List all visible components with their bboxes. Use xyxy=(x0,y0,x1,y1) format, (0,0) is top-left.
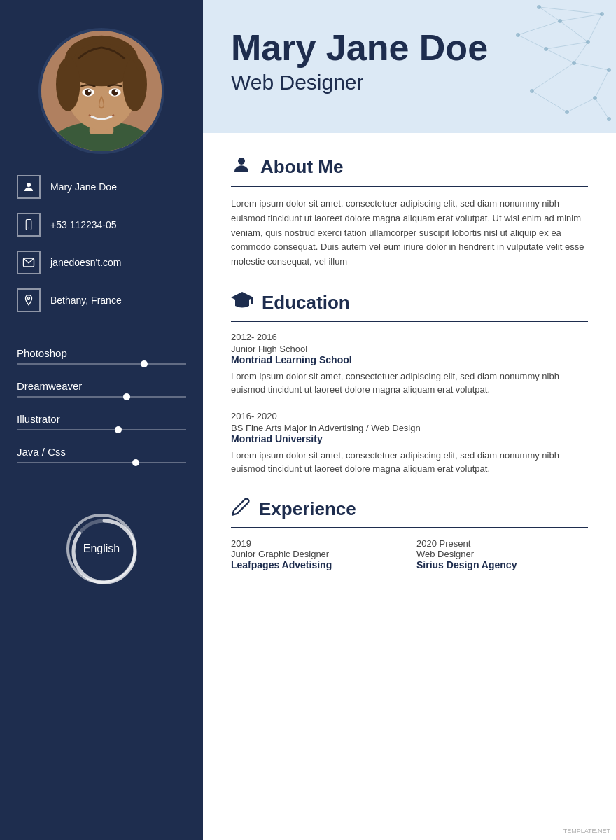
svg-point-12 xyxy=(115,90,118,92)
sidebar: Mary Jane Doe +53 112234-05 janedoesn't.… xyxy=(0,0,203,840)
skill-java-bar xyxy=(17,462,186,463)
watermark: TEMPLATE.NET xyxy=(564,827,610,834)
education-section: Education 2012- 2016 Junior High School … xyxy=(231,290,588,476)
contact-list: Mary Jane Doe +53 112234-05 janedoesn't.… xyxy=(0,175,203,326)
svg-point-5 xyxy=(56,57,80,111)
contact-location-item: Bethany, France xyxy=(17,288,186,312)
skill-java-dot xyxy=(132,459,139,466)
phone-icon xyxy=(17,213,41,237)
edu-0-desc: Lorem ipsum dolor sit amet, consectetuer… xyxy=(231,370,588,397)
svg-line-40 xyxy=(567,98,595,112)
graduation-icon xyxy=(231,290,253,315)
svg-line-39 xyxy=(595,70,609,98)
svg-point-6 xyxy=(123,57,147,111)
skill-dreamweaver: Dreamweaver xyxy=(17,380,186,398)
education-title: Education xyxy=(262,292,350,314)
edu-1-degree: BS Fine Arts Major in Advertising / Web … xyxy=(231,423,588,433)
main-content: Mary Jane Doe Web Designer About Me Lore… xyxy=(203,0,616,840)
language-label: English xyxy=(83,542,120,555)
exp-0-year: 2019 xyxy=(231,538,402,549)
exp-0-role: Junior Graphic Designer xyxy=(231,549,402,559)
exp-1-role: Web Designer xyxy=(416,549,588,559)
language-circle: English xyxy=(66,514,136,584)
skill-illustrator-bar xyxy=(17,429,186,430)
language-section: English xyxy=(66,514,136,584)
skill-photoshop-bar xyxy=(17,363,186,365)
contact-phone: +53 112234-05 xyxy=(50,219,117,230)
edu-0-school: Montriad Learning School xyxy=(231,354,588,365)
exp-0-company: Leafpages Advetising xyxy=(231,559,402,570)
exp-1-company: Sirius Design Agency xyxy=(416,559,588,570)
svg-point-11 xyxy=(88,90,91,92)
edu-item-1: 2016- 2020 BS Fine Arts Major in Adverti… xyxy=(231,411,588,476)
avatar xyxy=(38,28,164,154)
contact-location: Bethany, France xyxy=(50,295,122,306)
skill-photoshop-label: Photoshop xyxy=(17,347,186,359)
svg-point-48 xyxy=(238,158,245,164)
exp-item-1: 2020 Present Web Designer Sirius Design … xyxy=(416,538,588,570)
about-text: Lorem ipsum dolor sit amet, consectetuer… xyxy=(231,197,588,270)
header-name: Mary Jane Doe xyxy=(231,28,588,68)
contact-email-item: janedoesn't.com xyxy=(17,251,186,274)
edu-0-years: 2012- 2016 xyxy=(231,332,588,342)
skill-java: Java / Css xyxy=(17,446,186,463)
avatar-image xyxy=(41,31,162,151)
skill-dreamweaver-dot xyxy=(123,393,130,400)
svg-line-33 xyxy=(588,14,602,42)
experience-grid: 2019 Junior Graphic Designer Leafpages A… xyxy=(231,538,588,570)
contact-name: Mary Jane Doe xyxy=(50,181,117,192)
edu-1-school: Montriad University xyxy=(231,433,588,444)
skill-photoshop-dot xyxy=(141,360,148,368)
svg-point-17 xyxy=(28,298,30,300)
edu-1-desc: Lorem ipsum dolor sit amet, consectetuer… xyxy=(231,449,588,476)
education-header: Education xyxy=(231,290,588,322)
header-title: Web Designer xyxy=(231,71,588,94)
person-icon xyxy=(17,175,41,199)
person-section-icon xyxy=(231,154,252,180)
skills-section: Photoshop Dreamweaver Illustrator Java /… xyxy=(0,347,203,479)
location-icon xyxy=(17,288,41,312)
pencil-icon xyxy=(231,497,251,522)
skill-illustrator: Illustrator xyxy=(17,413,186,430)
experience-section: Experience 2019 Junior Graphic Designer … xyxy=(231,497,588,570)
resume-header: Mary Jane Doe Web Designer xyxy=(203,0,616,133)
svg-point-10 xyxy=(111,89,118,96)
svg-line-34 xyxy=(560,14,602,21)
skill-illustrator-label: Illustrator xyxy=(17,413,186,425)
about-title: About Me xyxy=(260,156,343,178)
content-area: About Me Lorem ipsum dolor sit amet, con… xyxy=(203,133,616,840)
svg-point-13 xyxy=(27,183,31,187)
about-header: About Me xyxy=(231,154,588,187)
email-icon xyxy=(17,251,41,274)
skill-illustrator-dot xyxy=(115,426,122,433)
contact-phone-item: +53 112234-05 xyxy=(17,213,186,237)
edu-item-0: 2012- 2016 Junior High School Montriad L… xyxy=(231,332,588,397)
skill-java-label: Java / Css xyxy=(17,446,186,458)
experience-header: Experience xyxy=(231,497,588,528)
about-section: About Me Lorem ipsum dolor sit amet, con… xyxy=(231,154,588,270)
contact-name-item: Mary Jane Doe xyxy=(17,175,186,199)
exp-1-year: 2020 Present xyxy=(416,538,588,549)
edu-1-years: 2016- 2020 xyxy=(231,411,588,421)
exp-item-0: 2019 Junior Graphic Designer Leafpages A… xyxy=(231,538,402,570)
experience-title: Experience xyxy=(259,498,356,520)
edu-0-degree: Junior High School xyxy=(231,344,588,354)
skill-dreamweaver-bar xyxy=(17,396,186,398)
svg-line-47 xyxy=(539,7,602,14)
skill-dreamweaver-label: Dreamweaver xyxy=(17,380,186,392)
svg-line-43 xyxy=(595,98,609,119)
svg-point-9 xyxy=(85,89,92,96)
skill-photoshop: Photoshop xyxy=(17,347,186,365)
contact-email: janedoesn't.com xyxy=(50,257,122,268)
